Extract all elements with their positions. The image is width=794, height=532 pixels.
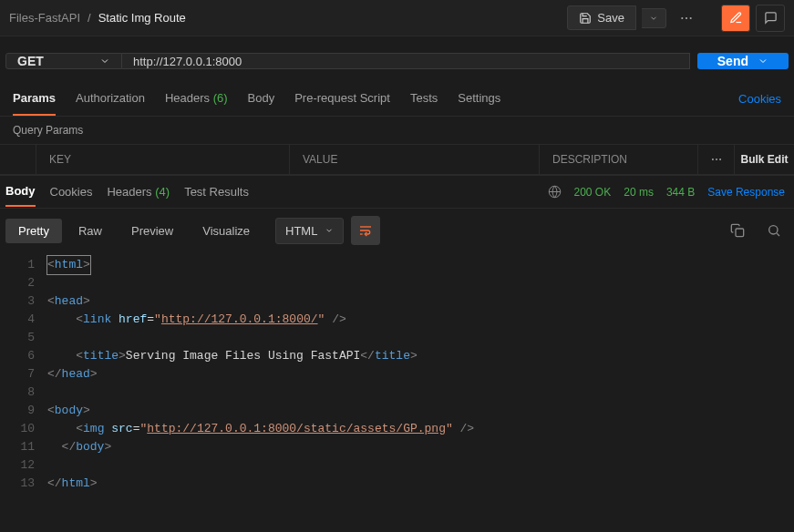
- edit-button[interactable]: [721, 5, 750, 32]
- resp-tab-body[interactable]: Body: [5, 177, 36, 207]
- network-icon[interactable]: [548, 185, 562, 199]
- params-checkbox-all[interactable]: [0, 145, 36, 174]
- tab-settings[interactable]: Settings: [458, 82, 500, 116]
- view-visualize[interactable]: Visualize: [190, 219, 263, 243]
- method-select[interactable]: GET: [5, 53, 122, 69]
- svg-point-1: [686, 16, 687, 18]
- svg-point-5: [719, 159, 721, 160]
- code-line-6: 6 <title>Serving Image Files Using FastA…: [0, 347, 794, 365]
- save-dropdown[interactable]: [642, 8, 666, 28]
- url-input[interactable]: [122, 53, 690, 69]
- method-label: GET: [17, 54, 44, 68]
- resp-tab-headers-label: Headers: [107, 185, 151, 199]
- tab-authorization[interactable]: Authorization: [76, 82, 145, 116]
- code-line-5: 5: [0, 329, 794, 347]
- params-header-value: VALUE: [290, 145, 540, 174]
- pencil-icon: [729, 11, 743, 25]
- tab-headers-count: (6): [213, 91, 228, 105]
- wrap-icon: [358, 223, 373, 238]
- language-label: HTML: [285, 224, 317, 238]
- breadcrumb-current[interactable]: Static Img Route: [98, 11, 186, 25]
- tab-prerequest[interactable]: Pre-request Script: [294, 82, 390, 116]
- comment-icon: [764, 11, 778, 25]
- tab-headers-label: Headers: [165, 91, 210, 105]
- resp-tab-headers[interactable]: Headers (4): [107, 178, 170, 206]
- save-button[interactable]: Save: [567, 5, 636, 30]
- breadcrumb-parent[interactable]: Files-FastAPI: [9, 11, 80, 25]
- send-button[interactable]: Send: [697, 53, 789, 69]
- request-bar: GET Send: [0, 36, 794, 82]
- top-actions: Save: [567, 5, 785, 32]
- params-more-button[interactable]: [697, 145, 734, 174]
- svg-point-11: [769, 226, 778, 234]
- resp-tab-test-results[interactable]: Test Results: [184, 178, 249, 206]
- query-params-title: Query Params: [0, 117, 794, 144]
- copy-icon: [730, 223, 745, 238]
- response-code[interactable]: 1<html> 2 3<head> 4 <link href="http://1…: [0, 252, 794, 496]
- comment-button[interactable]: [756, 5, 785, 32]
- cookies-link[interactable]: Cookies: [738, 92, 781, 106]
- params-header-description: DESCRIPTION: [540, 145, 697, 174]
- code-line-3: 3<head>: [0, 292, 794, 311]
- response-tabs: Body Cookies Headers (4) Test Results 20…: [0, 175, 794, 208]
- svg-point-3: [711, 159, 713, 160]
- svg-point-2: [690, 16, 692, 18]
- resp-tab-headers-count: (4): [155, 185, 170, 199]
- params-table-header: KEY VALUE DESCRIPTION Bulk Edit: [0, 144, 794, 175]
- code-line-1: 1<html>: [0, 256, 794, 274]
- dots-horizontal-icon: [710, 153, 723, 166]
- chevron-down-icon: [758, 56, 768, 66]
- tab-tests[interactable]: Tests: [410, 82, 438, 116]
- view-pretty[interactable]: Pretty: [5, 219, 62, 243]
- bulk-edit-button[interactable]: Bulk Edit: [734, 145, 794, 174]
- save-response-label: Save Response: [707, 186, 785, 199]
- code-line-11: 11 </body>: [0, 438, 794, 456]
- status-code: 200 OK: [574, 186, 612, 199]
- code-line-7: 7</head>: [0, 365, 794, 384]
- code-line-13: 13</html>: [0, 475, 794, 493]
- chevron-down-icon: [99, 56, 110, 66]
- code-line-2: 2: [0, 274, 794, 292]
- view-preview[interactable]: Preview: [119, 219, 186, 243]
- dots-horizontal-icon: [679, 11, 694, 26]
- code-line-8: 8: [0, 384, 794, 402]
- code-line-12: 12: [0, 456, 794, 475]
- save-icon: [579, 12, 592, 25]
- tab-headers[interactable]: Headers (6): [165, 82, 228, 116]
- save-label: Save: [597, 11, 624, 25]
- tab-params[interactable]: Params: [13, 82, 56, 116]
- chevron-down-icon: [325, 226, 334, 235]
- search-icon: [767, 223, 781, 238]
- svg-rect-10: [736, 229, 744, 237]
- response-tabs-left: Body Cookies Headers (4) Test Results: [5, 177, 249, 207]
- more-options-button[interactable]: [672, 5, 701, 32]
- save-response-button[interactable]: Save Response: [707, 186, 785, 199]
- svg-point-0: [681, 16, 683, 18]
- search-response-button[interactable]: [759, 216, 789, 245]
- viewer-bar: Pretty Raw Preview Visualize HTML: [0, 208, 794, 252]
- view-raw[interactable]: Raw: [66, 219, 115, 243]
- send-label: Send: [717, 54, 748, 68]
- language-select[interactable]: HTML: [275, 218, 344, 244]
- breadcrumb-sep: /: [88, 11, 91, 25]
- status-size: 344 B: [666, 186, 695, 199]
- breadcrumb: Files-FastAPI / Static Img Route: [9, 11, 186, 25]
- wrap-lines-button[interactable]: [351, 216, 380, 245]
- request-tabs-left: Params Authorization Headers (6) Body Pr…: [13, 82, 500, 116]
- code-line-9: 9<body>: [0, 402, 794, 420]
- code-line-10: 10 <img src="http://127.0.0.1:8000/stati…: [0, 420, 794, 438]
- tab-body[interactable]: Body: [248, 82, 275, 116]
- resp-tab-cookies[interactable]: Cookies: [50, 178, 93, 206]
- copy-response-button[interactable]: [723, 216, 752, 245]
- svg-point-4: [716, 159, 717, 160]
- chevron-down-icon: [649, 14, 658, 23]
- request-tabs: Params Authorization Headers (6) Body Pr…: [0, 82, 794, 117]
- code-line-4: 4 <link href="http://127.0.0.1:8000/" />: [0, 311, 794, 329]
- status-time: 20 ms: [624, 186, 654, 199]
- top-bar: Files-FastAPI / Static Img Route Save: [0, 0, 794, 36]
- params-header-key: KEY: [36, 145, 290, 174]
- svg-line-12: [777, 233, 779, 236]
- response-status-area: 200 OK 20 ms 344 B Save Response: [548, 185, 785, 199]
